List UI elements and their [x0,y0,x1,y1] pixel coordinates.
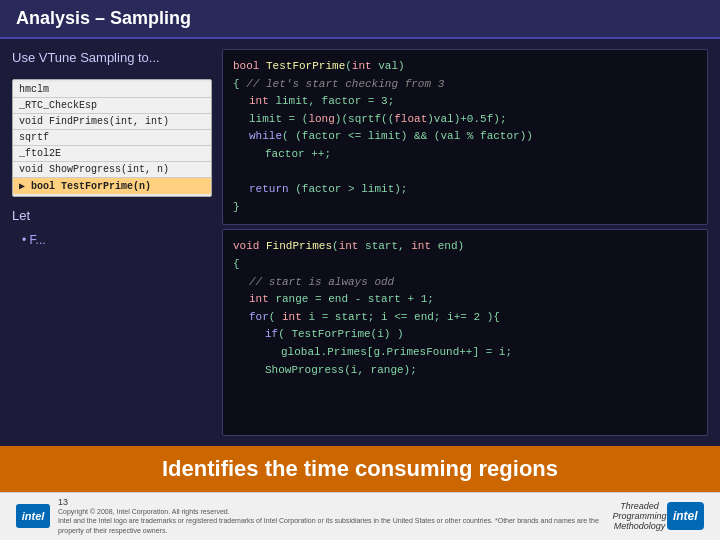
footer-page-info: 13 Copyright © 2008, Intel Corporation. … [58,497,612,536]
list-item[interactable]: hmclm [13,82,211,98]
slide-content: Use VTune Sampling to... hmclm _RTC_Chec… [0,39,720,446]
bullet-text: • F... [22,231,212,249]
footer: intel 13 Copyright © 2008, Intel Corpora… [0,492,720,540]
intel-logo-left: intel [16,504,50,528]
hotspot-list: hmclm _RTC_CheckEsp void FindPrimes(int,… [12,79,212,197]
banner-text: Identifies the time consuming regions [162,456,558,481]
list-item-highlighted[interactable]: ▶ bool TestForPrime(n) [13,178,211,194]
top-code-block: bool TestForPrime(int val) { // let's st… [222,49,708,225]
list-item[interactable]: void FindPrimes(int, int) [13,114,211,130]
slide-header: Analysis – Sampling [0,0,720,39]
footer-left: intel 13 Copyright © 2008, Intel Corpora… [16,497,612,536]
slide-title: Analysis – Sampling [16,8,191,28]
let-text: Let [12,207,212,225]
footer-trademark: Intel and the Intel logo are trademarks … [58,516,612,536]
slide: Analysis – Sampling Use VTune Sampling t… [0,0,720,540]
intel-logo-right: intel [667,502,704,530]
footer-center: Threaded Programming Methodology [612,501,666,531]
list-item[interactable]: _ftol2E [13,146,211,162]
list-item[interactable]: void ShowProgress(int, n) [13,162,211,178]
footer-page-number: 13 [58,497,612,507]
right-panel: bool TestForPrime(int val) { // let's st… [222,49,708,436]
left-panel: Use VTune Sampling to... hmclm _RTC_Chec… [12,49,212,436]
use-vtune-text: Use VTune Sampling to... [12,49,212,67]
footer-copyright: Copyright © 2008, Intel Corporation. All… [58,507,612,517]
bottom-code-block: void FindPrimes(int start, int end) { //… [222,229,708,435]
list-item[interactable]: sqrtf [13,130,211,146]
list-item[interactable]: _RTC_CheckEsp [13,98,211,114]
footer-title-text: Threaded Programming Methodology [612,501,666,531]
bottom-banner: Identifies the time consuming regions [0,446,720,492]
